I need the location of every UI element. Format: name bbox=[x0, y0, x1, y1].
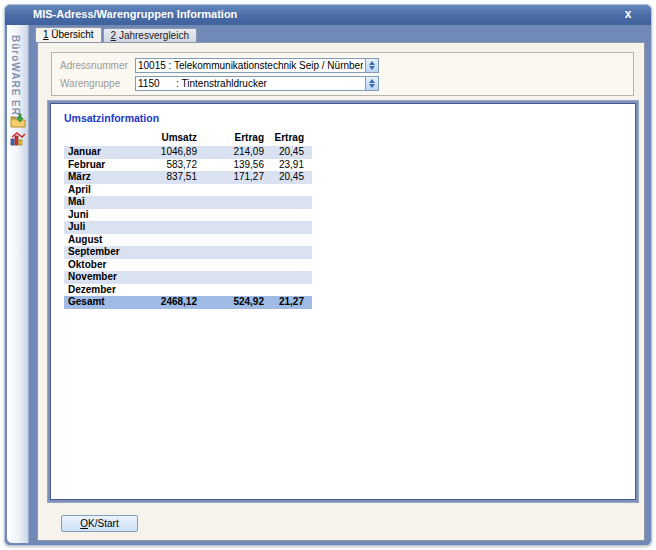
adressnummer-spinner-icon[interactable] bbox=[365, 59, 378, 72]
tab-label: Jahresvergleich bbox=[116, 30, 189, 41]
ertrag-pct-cell bbox=[264, 234, 312, 247]
month-cell: November bbox=[64, 271, 136, 284]
umsatz-cell bbox=[136, 196, 197, 209]
field-row-warengruppe: Warengruppe 1150 : Tintenstrahldrucker bbox=[52, 76, 633, 91]
tab-uebersicht[interactable]: 1 Übersicht bbox=[35, 27, 102, 42]
header-spacer bbox=[64, 131, 136, 144]
month-cell: Februar bbox=[64, 159, 136, 172]
sidebar: BüroWARE ERP bbox=[7, 25, 29, 543]
total-ertrag-pct-cell: 21,27 bbox=[264, 296, 312, 309]
ertrag-pct-cell: 20,45 bbox=[264, 146, 312, 159]
table-row: Mai bbox=[64, 196, 312, 209]
ok-start-button[interactable]: OK/Start bbox=[61, 515, 138, 532]
umsatz-cell bbox=[136, 234, 197, 247]
month-cell: Juni bbox=[64, 209, 136, 222]
ertrag-cell bbox=[197, 221, 264, 234]
umsatz-cell bbox=[136, 184, 197, 197]
ertrag-pct-cell bbox=[264, 221, 312, 234]
header-ertrag-pct: Ertrag % bbox=[264, 131, 312, 144]
ertrag-pct-cell bbox=[264, 209, 312, 222]
month-cell: März bbox=[64, 171, 136, 184]
table-row: Januar 1046,89 214,09 20,45 bbox=[64, 146, 312, 159]
month-cell: Juli bbox=[64, 221, 136, 234]
ertrag-pct-cell bbox=[264, 259, 312, 272]
umsatz-cell bbox=[136, 209, 197, 222]
umsatz-cell bbox=[136, 259, 197, 272]
window-title: MIS-Adress/Warengruppen Information bbox=[33, 8, 237, 20]
month-cell: Oktober bbox=[64, 259, 136, 272]
adressnummer-label: Adressnummer bbox=[60, 60, 128, 71]
close-icon[interactable]: x bbox=[621, 7, 635, 21]
table-row: Februar 583,72 139,56 23,91 bbox=[64, 159, 312, 172]
ertrag-pct-cell bbox=[264, 271, 312, 284]
tab-label: Übersicht bbox=[49, 29, 94, 40]
table-total-row: Gesamt 2468,12 524,92 21,27 bbox=[64, 296, 312, 309]
table-row: März 837,51 171,27 20,45 bbox=[64, 171, 312, 184]
adressnummer-value: 10015 : Telekommunikationstechnik Seip /… bbox=[138, 60, 363, 71]
field-row-adressnummer: Adressnummer 10015 : Telekommunikationst… bbox=[52, 58, 633, 73]
ertrag-cell bbox=[197, 184, 264, 197]
month-cell: August bbox=[64, 234, 136, 247]
table-row: April bbox=[64, 184, 312, 197]
table-row: Oktober bbox=[64, 259, 312, 272]
report-panel: Umsatzinformation Umsatz Ertrag Ertrag %… bbox=[47, 100, 639, 503]
month-cell: April bbox=[64, 184, 136, 197]
adressnummer-combo[interactable]: 10015 : Telekommunikationstechnik Seip /… bbox=[135, 58, 379, 73]
month-cell: Mai bbox=[64, 196, 136, 209]
tab-page-uebersicht: Adressnummer 10015 : Telekommunikationst… bbox=[37, 42, 645, 541]
umsatz-cell bbox=[136, 271, 197, 284]
table-row: November bbox=[64, 271, 312, 284]
month-cell: Januar bbox=[64, 146, 136, 159]
folder-import-icon[interactable] bbox=[10, 113, 26, 129]
warengruppe-combo[interactable]: 1150 : Tintenstrahldrucker bbox=[135, 76, 379, 91]
tab-strip: 1 Übersicht 2 Jahresvergleich bbox=[35, 28, 198, 42]
umsatz-cell: 837,51 bbox=[136, 171, 197, 184]
table-header-row: Umsatz Ertrag Ertrag % bbox=[64, 131, 312, 144]
total-label-cell: Gesamt bbox=[64, 296, 136, 309]
ertrag-cell: 139,56 bbox=[197, 159, 264, 172]
month-cell: September bbox=[64, 246, 136, 259]
table-row: Dezember bbox=[64, 284, 312, 297]
table-row: September bbox=[64, 246, 312, 259]
ertrag-cell bbox=[197, 234, 264, 247]
month-cell: Dezember bbox=[64, 284, 136, 297]
ertrag-cell bbox=[197, 259, 264, 272]
chart-icon[interactable] bbox=[10, 131, 26, 147]
dialog-window: MIS-Adress/Warengruppen Information x Bü… bbox=[4, 4, 652, 546]
ertrag-cell bbox=[197, 246, 264, 259]
table-body: Januar 1046,89 214,09 20,45 Februar 583,… bbox=[64, 146, 635, 309]
ertrag-pct-cell bbox=[264, 184, 312, 197]
umsatz-cell bbox=[136, 221, 197, 234]
ertrag-pct-cell bbox=[264, 284, 312, 297]
warengruppe-spinner-icon[interactable] bbox=[365, 77, 378, 90]
warengruppe-value: 1150 : Tintenstrahldrucker bbox=[138, 78, 363, 89]
ertrag-cell: 214,09 bbox=[197, 146, 264, 159]
ertrag-pct-cell: 20,45 bbox=[264, 171, 312, 184]
ertrag-cell bbox=[197, 196, 264, 209]
ertrag-pct-cell bbox=[264, 246, 312, 259]
table-row: Juni bbox=[64, 209, 312, 222]
total-ertrag-cell: 524,92 bbox=[197, 296, 264, 309]
ertrag-pct-cell: 23,91 bbox=[264, 159, 312, 172]
ertrag-cell: 171,27 bbox=[197, 171, 264, 184]
tab-jahresvergleich[interactable]: 2 Jahresvergleich bbox=[103, 28, 197, 42]
ok-label: K/Start bbox=[88, 518, 119, 529]
ertrag-cell bbox=[197, 271, 264, 284]
report-panel-inner: Umsatzinformation Umsatz Ertrag Ertrag %… bbox=[50, 103, 636, 500]
ertrag-cell bbox=[197, 284, 264, 297]
ok-accel: O bbox=[80, 518, 88, 529]
warengruppe-label: Warengruppe bbox=[60, 78, 120, 89]
umsatz-cell: 1046,89 bbox=[136, 146, 197, 159]
umsatz-cell bbox=[136, 246, 197, 259]
umsatz-cell: 583,72 bbox=[136, 159, 197, 172]
title-bar[interactable]: MIS-Adress/Warengruppen Information x bbox=[5, 5, 651, 25]
table-row: August bbox=[64, 234, 312, 247]
filter-form-panel: Adressnummer 10015 : Telekommunikationst… bbox=[51, 52, 634, 96]
ertrag-pct-cell bbox=[264, 196, 312, 209]
umsatz-cell bbox=[136, 284, 197, 297]
header-umsatz: Umsatz bbox=[136, 131, 197, 144]
brand-vertical-label: BüroWARE ERP bbox=[10, 35, 21, 124]
ertrag-cell bbox=[197, 209, 264, 222]
table-row: Juli bbox=[64, 221, 312, 234]
header-ertrag: Ertrag bbox=[197, 131, 264, 144]
